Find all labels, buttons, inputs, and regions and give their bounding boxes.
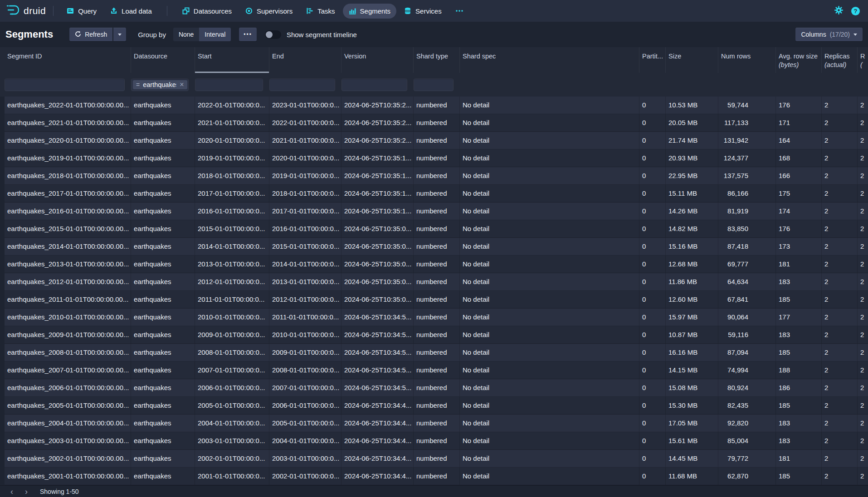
table-row[interactable]: earthquakes_2016-01-01T00:00:00.00...ear… [5,203,868,220]
table-row[interactable]: earthquakes_2014-01-01T00:00:00.00...ear… [5,238,868,256]
columns-label: Columns [801,31,826,38]
filter-input-id[interactable] [5,78,125,91]
datasource-filter-input[interactable]: =earthquakes× [131,78,189,91]
table-row[interactable]: earthquakes_2012-01-01T00:00:00.00...ear… [5,273,868,291]
columns-button[interactable]: Columns (17/20) [795,28,863,41]
refresh-button[interactable]: Refresh [69,28,112,41]
table-row[interactable]: earthquakes_2017-01-01T00:00:00.00...ear… [5,185,868,203]
cell-id: earthquakes_2013-01-01T00:00:00.00... [5,256,131,273]
cell-start: 2015-01-01T00:00:0... [195,220,269,237]
nav-item-datasources[interactable]: Datasources [176,4,238,19]
druid-logo[interactable]: druid [6,4,46,18]
previous-page-button[interactable]: ‹ [5,487,19,496]
nav-item-query[interactable]: Query [61,4,102,19]
cell-partition: 0 [639,185,666,202]
cell-ds: earthquakes [131,238,195,255]
remove-filter-icon[interactable]: × [180,81,184,88]
filter-input-version[interactable] [341,78,407,91]
column-header-rf[interactable]: R( [858,47,868,73]
nav-item-services[interactable]: Services [398,4,448,19]
table-row[interactable]: earthquakes_2007-01-01T00:00:00.00...ear… [5,362,868,379]
nav-item-load-data[interactable]: Load data [104,4,158,19]
table-row[interactable]: earthquakes_2018-01-01T00:00:00.00...ear… [5,167,868,185]
cell-ds: earthquakes [131,450,195,467]
table-row[interactable]: earthquakes_2002-01-01T00:00:00.00...ear… [5,450,868,468]
cell-rf: 2 [858,220,868,237]
table-row[interactable]: earthquakes_2008-01-01T00:00:00.00...ear… [5,344,868,362]
cell-size: 20.05 MB [666,114,718,131]
group-by-interval-button[interactable]: Interval [199,28,231,41]
cell-replicas: 2 [822,362,858,379]
cell-size: 15.61 MB [666,432,718,449]
table-row[interactable]: earthquakes_2015-01-01T00:00:00.00...ear… [5,220,868,238]
table-row[interactable]: earthquakes_2005-01-01T00:00:00.00...ear… [5,397,868,415]
filter-input-start[interactable] [195,78,263,91]
cell-shard_type: numbered [414,185,460,202]
table-row[interactable]: earthquakes_2001-01-01T00:00:00.00...ear… [5,468,868,485]
table-row[interactable]: earthquakes_2013-01-01T00:00:00.00...ear… [5,256,868,273]
segments-toolbar: Segments Refresh Group by None Interval … [0,22,868,47]
cell-shard_type: numbered [414,150,460,167]
column-header-avg[interactable]: Avg. row size(bytes) [776,47,822,73]
cell-rf: 2 [858,344,868,361]
filter-input-shard_type[interactable] [414,78,454,91]
cell-version: 2024-06-25T10:35:2... [341,97,414,114]
nav-item-tasks[interactable]: Tasks [300,4,341,19]
table-row[interactable]: earthquakes_2003-01-01T00:00:00.00...ear… [5,432,868,450]
cell-shard_type: numbered [414,114,460,131]
table-row[interactable]: earthquakes_2009-01-01T00:00:00.00...ear… [5,326,868,344]
cell-shard_type: numbered [414,379,460,396]
next-page-button[interactable]: › [19,487,34,496]
help-icon[interactable]: ? [851,7,860,15]
group-by-none-button[interactable]: None [173,28,199,41]
cell-avg: 188 [776,362,822,379]
cell-size: 15.16 MB [666,238,718,255]
column-header-id[interactable]: Segment ID [5,47,131,73]
column-header-start[interactable]: Start [195,47,269,73]
cell-end: 2015-01-01T00:00:0... [269,238,341,255]
cell-id: earthquakes_2001-01-01T00:00:00.00... [5,468,131,485]
cell-shard_spec: No detail [460,97,639,114]
refresh-options-button[interactable] [113,28,126,41]
gear-icon[interactable] [834,6,843,16]
table-row[interactable]: earthquakes_2010-01-01T00:00:00.00...ear… [5,309,868,326]
cell-ds: earthquakes [131,114,195,131]
cell-replicas: 2 [822,185,858,202]
cell-ds: earthquakes [131,220,195,237]
nav-item-segments[interactable]: Segments [343,4,397,19]
column-header-partition[interactable]: Partit... [639,47,666,73]
table-row[interactable]: earthquakes_2006-01-01T00:00:00.00...ear… [5,379,868,397]
column-header-size[interactable]: Size [666,47,718,73]
cell-avg: 183 [776,326,822,343]
table-row[interactable]: earthquakes_2019-01-01T00:00:00.00...ear… [5,150,868,167]
cell-rf: 2 [858,185,868,202]
column-header-sublabel: (bytes) [779,61,819,69]
cell-num_rows: 67,841 [718,291,776,308]
column-header-label: Avg. row size [779,52,819,61]
nav-item-supervisors[interactable]: Supervisors [239,4,298,19]
table-row[interactable]: earthquakes_2022-01-01T00:00:00.00...ear… [5,97,868,114]
cell-size: 16.16 MB [666,344,718,361]
nav-more-button[interactable] [449,6,469,16]
column-header-replicas[interactable]: Replicas(actual) [822,47,858,73]
cell-id: earthquakes_2021-01-01T00:00:00.00... [5,114,131,131]
table-row[interactable]: earthquakes_2004-01-01T00:00:00.00...ear… [5,415,868,432]
toolbar-more-button[interactable]: ••• [239,28,257,41]
table-row[interactable]: earthquakes_2011-01-01T00:00:00.00...ear… [5,291,868,309]
filter-cell-shard_type [414,78,460,91]
filter-input-end[interactable] [269,78,335,91]
cell-ds: earthquakes [131,150,195,167]
column-header-shard_spec[interactable]: Shard spec [460,47,639,73]
column-header-ds[interactable]: Datasource [131,47,195,73]
table-row[interactable]: earthquakes_2020-01-01T00:00:00.00...ear… [5,132,868,150]
column-header-version[interactable]: Version [341,47,414,73]
segments-table: Segment IDDatasourceStartEndVersionShard… [0,47,868,485]
table-header-band: Segment IDDatasourceStartEndVersionShard… [0,47,868,97]
table-row[interactable]: earthquakes_2021-01-01T00:00:00.00...ear… [5,114,868,132]
segment-timeline-toggle[interactable] [265,30,281,39]
datasource-filter-chip[interactable]: =earthquakes× [133,80,187,89]
cell-partition: 0 [639,167,666,184]
column-header-num_rows[interactable]: Num rows [718,47,776,73]
column-header-shard_type[interactable]: Shard type [414,47,460,73]
column-header-end[interactable]: End [269,47,341,73]
